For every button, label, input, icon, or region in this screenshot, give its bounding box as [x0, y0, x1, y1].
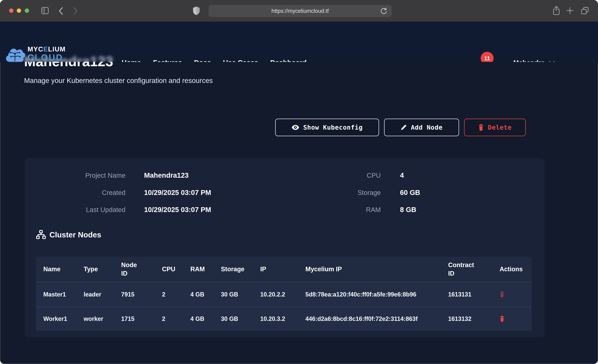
ram-label: RAM [324, 205, 381, 215]
mycelium-cloud-logo-icon [5, 45, 25, 62]
cell-cpu: 2 [155, 282, 183, 307]
nav-links: Home Features Docs Use Cases Dashboard [122, 59, 307, 62]
cell-storage: 30 GB [214, 307, 253, 331]
share-icon[interactable] [552, 6, 560, 16]
cell-ip: 10.20.3.2 [253, 307, 298, 331]
url-text: https://myceliumcloud.tf [272, 8, 329, 14]
cell-name: Master1 [36, 282, 76, 307]
add-node-label: Add Node [411, 124, 442, 131]
last-updated-value: 10/29/2025 03:07 PM [144, 205, 211, 215]
col-header-type: Type [76, 257, 114, 282]
brand-wordmark: MYCELIUM CLOUD [28, 46, 66, 62]
close-window-button[interactable] [9, 8, 13, 13]
eye-icon [292, 125, 299, 130]
cpu-label: CPU [324, 170, 381, 180]
cell-contract-id: 1613132 [441, 307, 492, 331]
cell-actions [492, 307, 532, 331]
show-kubeconfig-button[interactable]: Show Kubeconfig [275, 119, 379, 136]
site-navbar: Mahendra123 MYCELIUM CLOUD Home Features… [0, 22, 598, 62]
sidebar-toggle-icon[interactable] [41, 7, 49, 14]
cluster-nodes-heading: Cluster Nodes [50, 230, 101, 239]
nav-link-docs[interactable]: Docs [194, 59, 211, 62]
forward-icon[interactable] [73, 7, 78, 15]
trash-icon [499, 291, 505, 297]
notifications-button[interactable]: 11 [477, 51, 496, 62]
cell-cpu: 2 [155, 307, 183, 331]
cell-node-id: 7915 [114, 282, 155, 307]
browser-window: https://myceliumcloud.tf Mahendra123 [0, 0, 598, 364]
delete-node-button[interactable] [499, 316, 505, 322]
user-menu[interactable]: Mahendra [513, 59, 555, 62]
col-header-cpu: CPU [155, 257, 183, 282]
delete-label: Delete [488, 124, 512, 131]
privacy-shield-icon[interactable] [193, 6, 200, 15]
col-header-node-id: Node ID [114, 257, 155, 282]
user-name: Mahendra [513, 59, 545, 62]
cell-mycelium-ip: 446:d2a6:8bcd:8c16:ff0f:72e2:3114:863f [298, 307, 441, 331]
nav-link-use-cases[interactable]: Use Cases [223, 59, 258, 62]
project-name-label: Project Name [25, 170, 125, 180]
add-node-button[interactable]: Add Node [384, 119, 459, 136]
minimize-window-button[interactable] [17, 8, 21, 13]
address-bar[interactable]: https://myceliumcloud.tf [208, 5, 392, 17]
created-label: Created [25, 188, 125, 198]
col-header-contract-id: Contract ID [441, 257, 492, 282]
col-header-ip: IP [253, 257, 298, 282]
cell-ram: 4 GB [183, 307, 214, 331]
pencil-icon [400, 124, 407, 131]
brand-logo[interactable]: MYCELIUM CLOUD [5, 45, 66, 62]
storage-value: 60 GB [400, 188, 420, 198]
nav-link-home[interactable]: Home [122, 59, 141, 62]
cluster-nodes-section-header: Cluster Nodes [36, 230, 101, 240]
back-icon[interactable] [58, 7, 63, 15]
brand-line-cloud: CLOUD [28, 53, 66, 62]
col-header-storage: Storage [214, 257, 253, 282]
nav-link-features[interactable]: Features [153, 59, 182, 62]
trash-icon [478, 124, 484, 131]
zoom-window-button[interactable] [25, 8, 29, 13]
cell-ip: 10.20.2.2 [253, 282, 298, 307]
cell-name: Worker1 [36, 307, 76, 331]
cell-node-id: 1715 [114, 307, 155, 331]
table-row-master1: Master1 leader 7915 2 4 GB 30 GB 10.20.2… [36, 282, 532, 307]
cell-actions [492, 282, 532, 307]
delete-cluster-button[interactable]: Delete [464, 119, 526, 136]
browser-toolbar: https://myceliumcloud.tf [0, 0, 598, 22]
col-header-mycelium-ip: Mycelium IP [298, 257, 441, 282]
cell-contract-id: 1613131 [441, 282, 492, 307]
col-header-actions: Actions [492, 257, 532, 282]
cell-mycelium-ip: 5d8:78ea:a120:f40c:ff0f:a5fe:99e6:8b96 [298, 282, 441, 307]
cell-type: leader [76, 282, 114, 307]
brand-part2: LIUM [48, 45, 66, 53]
cluster-details-card: Project Name Mahendra123 CPU 4 Created 1… [25, 158, 545, 337]
chevron-down-icon [549, 61, 555, 62]
reload-icon[interactable] [380, 7, 388, 15]
project-name-value: Mahendra123 [144, 170, 189, 180]
cell-storage: 30 GB [214, 282, 253, 307]
cluster-nodes-table: Name Type Node ID CPU RAM Storage IP Myc… [36, 257, 532, 331]
storage-label: Storage [324, 188, 381, 198]
new-tab-icon[interactable] [566, 7, 573, 14]
cell-type: worker [76, 307, 114, 331]
notification-badge: 11 [481, 52, 494, 62]
page-subtitle: Manage your Kubernetes cluster configura… [24, 77, 213, 85]
col-header-name: Name [36, 257, 76, 282]
brand-part1: MYC [28, 45, 43, 53]
brand-line-mycelium: MYCELIUM [28, 46, 66, 52]
nav-link-dashboard[interactable]: Dashboard [270, 59, 307, 62]
col-header-ram: RAM [183, 257, 214, 282]
network-nodes-icon [36, 230, 46, 240]
last-updated-label: Last Updated [25, 205, 125, 215]
table-header-row: Name Type Node ID CPU RAM Storage IP Myc… [36, 257, 532, 282]
cpu-value: 4 [400, 170, 404, 180]
delete-node-button[interactable] [499, 291, 505, 298]
table-row-worker1: Worker1 worker 1715 2 4 GB 30 GB 10.20.3… [36, 307, 532, 331]
brand-accent-letter: E [43, 45, 48, 53]
tab-overview-icon[interactable] [581, 6, 589, 15]
trash-icon [499, 316, 505, 322]
show-kubeconfig-label: Show Kubeconfig [303, 124, 363, 131]
cluster-actions-row: Show Kubeconfig Add Node Delete [0, 119, 598, 135]
ram-value: 8 GB [400, 205, 416, 215]
cell-ram: 4 GB [183, 282, 214, 307]
created-value: 10/29/2025 03:07 PM [144, 188, 211, 198]
